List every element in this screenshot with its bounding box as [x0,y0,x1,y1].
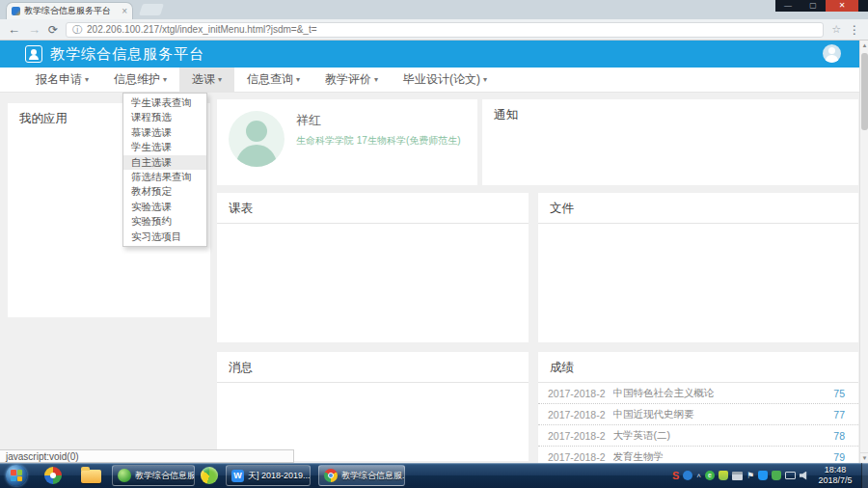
grade-score: 79 [833,451,845,463]
scroll-down-icon[interactable]: ▼ [860,452,868,463]
nav-label: 信息维护 [114,71,160,88]
bookmark-star-icon[interactable]: ☆ [831,23,841,36]
network-tray-icon[interactable] [785,472,796,479]
site-info-icon[interactable]: ⓘ [72,23,82,37]
grade-score: 75 [833,388,845,399]
chevron-down-icon: ▾ [483,75,487,84]
window-maximize-button[interactable]: ▢ [800,0,826,12]
window-controls: — ▢ ✕ [775,0,868,12]
task-label: 教学综合信息服... [341,470,405,482]
user-avatar-icon[interactable] [823,44,841,63]
forward-icon[interactable]: → [28,23,41,36]
nav-item-registration[interactable]: 报名申请 ▾ [23,68,101,92]
antivirus-blue-shield-icon[interactable] [758,471,768,480]
pinwheel-app-icon[interactable] [44,467,62,484]
site-favicon-icon [12,7,20,15]
browser-tab[interactable]: 教学综合信息服务平台 × [6,2,133,19]
grade-row[interactable]: 2017-2018-2 大学英语(二) 78 [538,425,858,447]
tab-close-icon[interactable]: × [122,7,127,16]
system-tray: S ˄ e ⚑ [672,463,808,488]
action-center-flag-icon[interactable]: ⚑ [746,471,754,480]
platform-logo-icon [25,45,42,63]
notice-panel: 通知 [482,99,858,185]
chevron-down-icon: ▾ [374,75,378,84]
grade-score: 77 [833,409,845,420]
grade-row[interactable]: 2017-2018-2 中国近现代史纲要 77 [538,404,858,425]
menu-item-course-preselect[interactable]: 课程预选 [123,110,206,124]
messages-panel: 消息 [217,352,529,461]
page-scrollbar[interactable]: ▲ ▼ [859,41,868,463]
app-header: 教学综合信息服务平台 [0,41,868,68]
clock-time: 18:48 [812,465,858,475]
browser-menu-icon[interactable]: ⋮ [849,23,860,37]
menu-item-textbook-order[interactable]: 教材预定 [123,184,206,199]
start-button[interactable] [6,465,27,486]
tray-expand-icon[interactable]: ˄ [696,472,701,480]
files-panel: 文件 [538,193,858,342]
browser-address-bar: ← → ⟳ ⓘ 202.206.100.217/xtgl/index_initM… [0,19,868,41]
printer-tray-icon[interactable] [732,472,743,480]
wps-writer-icon: W [231,470,244,482]
grade-term: 2017-2018-2 [548,451,606,463]
page-viewport: 教学综合信息服务平台 报名申请 ▾ 信息维护 ▾ 选课 ▾ 信息查询 ▾ 教学评… [0,41,868,463]
browser-tray-icon[interactable]: e [705,471,715,480]
sogou-ime-tray-icon[interactable]: S [672,470,679,481]
profile-panel: 祥红 生命科学学院 17生物科学(免费师范生) [217,99,477,185]
browser-status-bar: javascript:void(0) [0,449,294,463]
menu-item-lab-reserve[interactable]: 实验预约 [123,214,206,229]
menu-item-filter-result-query[interactable]: 筛选结果查询 [123,170,206,184]
nav-item-thesis[interactable]: 毕业设计(论文) ▾ [391,68,500,92]
taskbar-button-chrome[interactable]: 教学综合信息服... [318,465,405,486]
window-minimize-button[interactable]: — [775,0,800,12]
url-omnibox[interactable]: ⓘ 202.206.100.217/xtgl/index_initMenu.ht… [66,22,824,38]
chevron-down-icon: ▾ [85,75,89,84]
task-label: 教学综合信息服... [135,470,195,482]
scrollbar-thumb[interactable] [861,53,868,130]
menu-item-lab-select[interactable]: 实验选课 [123,200,206,214]
chevron-down-icon: ▾ [163,75,167,84]
grade-score: 78 [833,430,845,442]
back-icon[interactable]: ← [8,23,20,36]
profile-department: 生命科学学院 17生物科学(免费师范生) [296,134,461,148]
nav-item-course-select[interactable]: 选课 ▾ [179,68,234,92]
new-tab-button[interactable] [139,4,164,15]
taskbar-button-green-browser[interactable]: 教学综合信息服... [112,465,195,486]
security-shield-tray-icon[interactable] [719,471,728,480]
grade-term: 2017-2018-2 [548,430,606,442]
volume-tray-icon[interactable] [800,472,808,480]
antivirus-green-shield-icon[interactable] [772,471,781,480]
reload-icon[interactable]: ⟳ [48,23,58,37]
nav-item-info-query[interactable]: 信息查询 ▾ [234,68,312,92]
globe-tray-icon[interactable] [683,471,692,480]
grade-course: 发育生物学 [613,450,834,464]
taskbar-button-wps[interactable]: W 天] 2018-2019... [226,465,311,486]
schedule-title: 课表 [217,193,529,224]
menu-item-internship-select[interactable]: 实习选项目 [123,230,206,244]
menu-item-self-select[interactable]: 自主选课 [123,155,206,170]
tab-title: 教学综合信息服务平台 [24,5,118,17]
menu-item-student-timetable[interactable]: 学生课表查询 [123,95,206,110]
nav-label: 选课 [192,71,215,88]
nav-item-info-maintain[interactable]: 信息维护 ▾ [101,68,179,92]
show-desktop-button[interactable] [861,463,868,488]
grades-panel: 成绩 2017-2018-2 中国特色社会主义概论 75 2017-2018-2… [538,352,858,463]
scroll-up-icon[interactable]: ▲ [860,41,868,51]
window-close-button[interactable]: ✕ [826,0,858,12]
nav-label: 信息查询 [247,71,293,88]
windows-flag-icon [11,470,22,481]
menu-item-student-select[interactable]: 学生选课 [123,140,206,154]
optimizer-ball-icon[interactable] [201,467,218,484]
course-select-dropdown: 学生课表查询 课程预选 慕课选课 学生选课 自主选课 筛选结果查询 教材预定 实… [122,93,207,247]
grades-title: 成绩 [538,352,858,383]
explorer-folder-icon[interactable] [81,470,101,483]
nav-item-evaluation[interactable]: 教学评价 ▾ [312,68,391,92]
green-browser-icon [118,469,131,482]
grade-row[interactable]: 2017-2018-2 发育生物学 79 [538,447,858,463]
messages-title: 消息 [217,352,529,383]
grade-course: 大学英语(二) [613,429,834,443]
chrome-icon [324,469,338,482]
taskbar-clock[interactable]: 18:48 2018/7/5 [812,465,858,486]
menu-item-mooc-select[interactable]: 慕课选课 [123,125,206,140]
grade-row[interactable]: 2017-2018-2 中国特色社会主义概论 75 [538,383,858,404]
task-label: 天] 2018-2019... [248,470,311,482]
